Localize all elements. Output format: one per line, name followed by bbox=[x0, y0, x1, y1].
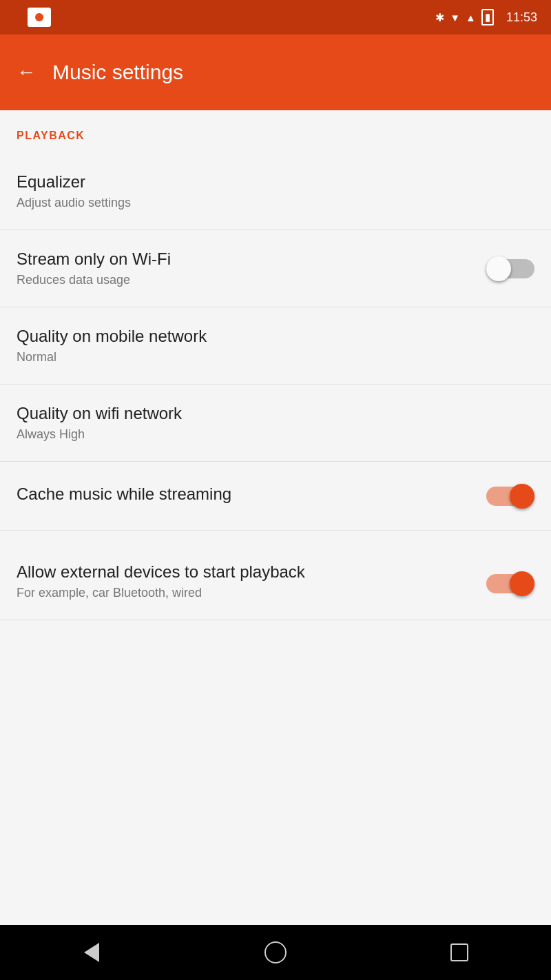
status-icons: ✱ ▼ ▲ ▮ 11:53 bbox=[435, 9, 537, 25]
section-header-playback: PLAYBACK bbox=[0, 110, 551, 153]
page-title: Music settings bbox=[52, 61, 183, 84]
status-bar: ✱ ▼ ▲ ▮ 11:53 bbox=[0, 0, 551, 34]
settings-content: PLAYBACK Equalizer Adjust audio settings… bbox=[0, 110, 551, 925]
cache-music-title: Cache music while streaming bbox=[17, 484, 475, 504]
bluetooth-icon: ✱ bbox=[435, 11, 444, 24]
quality-mobile-title: Quality on mobile network bbox=[17, 327, 534, 346]
nav-back-button[interactable] bbox=[74, 935, 109, 970]
settings-item-text-cache-music: Cache music while streaming bbox=[17, 484, 475, 508]
back-button[interactable] bbox=[17, 61, 36, 83]
settings-item-text-quality-wifi: Quality on wifi network Always High bbox=[17, 404, 534, 442]
settings-item-text-stream-wifi: Stream only on Wi-Fi Reduces data usage bbox=[17, 249, 475, 287]
settings-item-text-external-devices: Allow external devices to start playback… bbox=[17, 562, 475, 600]
status-time: 11:53 bbox=[506, 10, 537, 25]
settings-item-text-equalizer: Equalizer Adjust audio settings bbox=[17, 172, 534, 210]
quality-wifi-subtitle: Always High bbox=[17, 427, 534, 442]
quality-wifi-title: Quality on wifi network bbox=[17, 404, 534, 423]
settings-item-stream-wifi[interactable]: Stream only on Wi-Fi Reduces data usage bbox=[0, 230, 551, 307]
settings-item-text-quality-mobile: Quality on mobile network Normal bbox=[17, 327, 534, 365]
nav-back-icon bbox=[84, 943, 99, 962]
stream-wifi-subtitle: Reduces data usage bbox=[17, 273, 475, 287]
stream-wifi-toggle-thumb bbox=[486, 256, 511, 281]
nav-home-button[interactable] bbox=[258, 935, 293, 970]
cache-music-toggle[interactable] bbox=[486, 484, 534, 509]
battery-icon: ▮ bbox=[481, 9, 494, 25]
settings-item-quality-wifi[interactable]: Quality on wifi network Always High bbox=[0, 385, 551, 462]
external-devices-toggle-thumb bbox=[510, 571, 534, 596]
bottom-nav bbox=[0, 925, 551, 980]
equalizer-title: Equalizer bbox=[17, 172, 534, 192]
nav-home-icon bbox=[264, 941, 287, 963]
external-devices-subtitle: For example, car Bluetooth, wired bbox=[17, 586, 475, 600]
settings-item-external-devices[interactable]: Allow external devices to start playback… bbox=[0, 531, 551, 620]
nav-recent-icon bbox=[450, 943, 468, 961]
settings-item-quality-mobile[interactable]: Quality on mobile network Normal bbox=[0, 307, 551, 385]
external-devices-title: Allow external devices to start playback bbox=[17, 562, 475, 582]
app-bar: Music settings bbox=[0, 34, 551, 110]
equalizer-subtitle: Adjust audio settings bbox=[17, 196, 534, 210]
cache-music-toggle-thumb bbox=[510, 484, 534, 509]
signal-icon: ▲ bbox=[466, 12, 476, 23]
wifi-icon: ▼ bbox=[450, 12, 460, 23]
stream-wifi-title: Stream only on Wi-Fi bbox=[17, 249, 475, 269]
settings-item-equalizer[interactable]: Equalizer Adjust audio settings bbox=[0, 153, 551, 230]
stream-wifi-toggle[interactable] bbox=[486, 256, 534, 281]
quality-mobile-subtitle: Normal bbox=[17, 350, 534, 365]
photo-icon bbox=[28, 8, 51, 27]
settings-item-cache-music[interactable]: Cache music while streaming bbox=[0, 462, 551, 531]
external-devices-toggle[interactable] bbox=[486, 571, 534, 596]
nav-recent-button[interactable] bbox=[442, 935, 477, 970]
